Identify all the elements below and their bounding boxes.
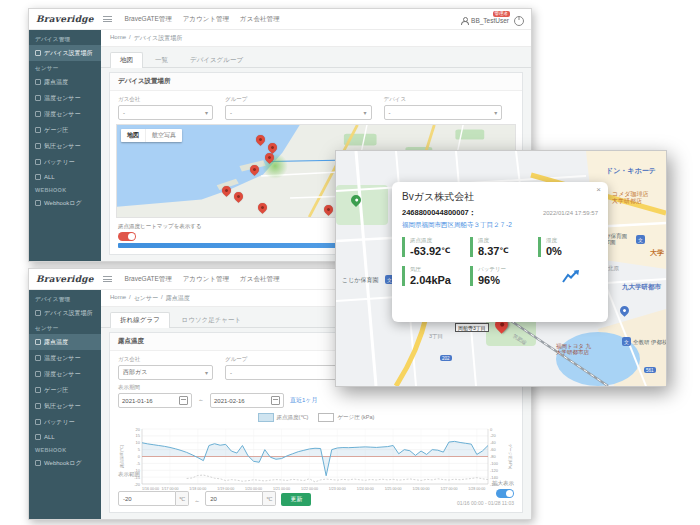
user-area[interactable]: 管理者 BB_TestUser: [460, 13, 524, 26]
sidebar-item-device-location[interactable]: デバイス設置場所: [29, 305, 101, 321]
calendar-icon: [271, 396, 280, 405]
item-icon: [35, 310, 41, 316]
gas-company-select[interactable]: 西部ガス▾: [118, 365, 213, 380]
group-label: グループ: [225, 96, 372, 103]
sidebar-item-webhook-log[interactable]: Webhookログ: [29, 455, 101, 471]
sidebar: デバイス管理 デバイス設置場所 センサー 露点温度 温度センサー 湿度センサー …: [29, 290, 101, 519]
sidebar-section-sensor: センサー: [29, 321, 101, 334]
tab-device-group[interactable]: デバイスグループ: [180, 52, 253, 68]
sidebar-item-humidity[interactable]: 湿度センサー: [29, 366, 101, 382]
group-select[interactable]: -▾: [225, 105, 372, 120]
map-label-station: 九大学研都市: [622, 283, 661, 290]
svg-text:1/28 00:00: 1/28 00:00: [468, 487, 485, 491]
map-label-zenkyoken: 全教研 伊都校: [633, 339, 667, 345]
item-icon: [35, 143, 41, 149]
sidebar-item-device-location[interactable]: デバイス設置場所: [29, 45, 101, 61]
heatmap-toggle[interactable]: [118, 232, 136, 241]
map-label-donki: ドン・キホーテ: [606, 167, 656, 175]
svg-text:0: 0: [490, 427, 493, 432]
item-icon: [35, 419, 41, 425]
chevron-down-icon: ▾: [205, 110, 208, 116]
svg-text:1/26 00:00: 1/26 00:00: [413, 487, 430, 491]
user-icon: [460, 17, 468, 25]
nav-gas-company[interactable]: ガス会社管理: [240, 275, 279, 284]
recent-month-link[interactable]: 直近1ヶ月: [290, 396, 317, 405]
nav-bravegate[interactable]: BraveGATE管理: [125, 275, 172, 284]
nav-account[interactable]: アカウント管理: [183, 15, 229, 24]
sidebar-item-dewpoint[interactable]: 露点温度: [29, 74, 101, 90]
chevron-down-icon: ▾: [364, 110, 367, 116]
sidebar-item-temperature[interactable]: 温度センサー: [29, 90, 101, 106]
svg-text:1/16 00:00: 1/16 00:00: [142, 487, 159, 491]
sidebar-item-gauge[interactable]: ゲージ圧: [29, 382, 101, 398]
map-label-3chome: 3丁目: [429, 333, 443, 339]
svg-text:-140: -140: [490, 475, 499, 480]
open-chart-button[interactable]: [538, 266, 598, 286]
panel-title: デバイス設置場所: [110, 73, 522, 91]
gas-company-label: ガス会社: [118, 356, 213, 363]
svg-text:-20: -20: [490, 433, 497, 438]
close-icon[interactable]: ×: [596, 185, 601, 194]
svg-text:-100: -100: [490, 461, 499, 466]
map-type-satellite-button[interactable]: 航空写真: [145, 129, 182, 142]
item-icon: [35, 434, 41, 440]
period-from-input[interactable]: 2021-01-16: [118, 393, 192, 408]
svg-text:1/20 00:00: 1/20 00:00: [245, 487, 262, 491]
calendar-icon: [179, 396, 188, 405]
period-to-input[interactable]: 2021-02-16: [210, 393, 284, 408]
logout-icon[interactable]: [514, 16, 524, 26]
sidebar-item-battery[interactable]: バッテリー: [29, 154, 101, 170]
item-icon: [35, 371, 41, 377]
breadcrumb-sensor[interactable]: センサー: [134, 294, 158, 303]
tab-line-graph[interactable]: 折れ線グラフ: [110, 312, 170, 328]
sidebar-item-pressure[interactable]: 気圧センサー: [29, 398, 101, 414]
address-link[interactable]: 福岡県福岡市西区周船寺３丁目２７-2: [402, 221, 598, 230]
sidebar-item-gauge[interactable]: ゲージ圧: [29, 122, 101, 138]
item-icon: [35, 111, 41, 117]
map-type-map-button[interactable]: 地図: [121, 129, 145, 142]
item-icon: [35, 355, 41, 361]
breadcrumb-current: 露点温度: [166, 294, 190, 303]
breadcrumb-home[interactable]: Home: [110, 34, 126, 43]
sidebar-item-temperature[interactable]: 温度センサー: [29, 350, 101, 366]
sidebar-item-all[interactable]: ALL: [29, 430, 101, 443]
app-header: Braveridge BraveGATE管理 アカウント管理 ガス会社管理 管理…: [29, 9, 531, 30]
tab-candlestick[interactable]: ロウソク足チャート: [172, 312, 252, 328]
sidebar-item-pressure[interactable]: 気圧センサー: [29, 138, 101, 154]
hamburger-menu-icon[interactable]: [103, 16, 112, 22]
hamburger-menu-icon[interactable]: [103, 276, 112, 282]
nav-account[interactable]: アカウント管理: [183, 275, 229, 284]
nav-gas-company[interactable]: ガス会社管理: [240, 15, 279, 24]
nav-bravegate[interactable]: BraveGATE管理: [125, 15, 172, 24]
gas-company-label: ガス会社: [118, 96, 213, 103]
sidebar-item-all[interactable]: ALL: [29, 170, 101, 183]
device-select[interactable]: -▾: [384, 105, 503, 120]
svg-text:0: 0: [138, 454, 141, 459]
metric-temperature: 温度 8.37℃: [470, 237, 530, 257]
breadcrumb-home[interactable]: Home: [110, 294, 126, 303]
svg-text:-5: -5: [136, 461, 140, 466]
sidebar-item-dewpoint[interactable]: 露点温度: [29, 334, 101, 350]
sidebar: デバイス管理 デバイス設置場所 センサー 露点温度 温度センサー 湿度センサー …: [29, 30, 101, 261]
line-chart[interactable]: 20015-2010-405-600-80-5-100-10-120-15-14…: [116, 424, 516, 496]
tab-map[interactable]: 地図: [110, 52, 143, 68]
metric-humidity: 湿度 0%: [538, 237, 598, 257]
svg-text:5: 5: [138, 447, 141, 452]
device-label: デバイス: [384, 96, 503, 103]
item-icon: [35, 339, 41, 345]
chevron-down-icon: ▾: [205, 370, 208, 376]
sidebar-item-humidity[interactable]: 湿度センサー: [29, 106, 101, 122]
company-name: Bvガス株式会社: [402, 190, 598, 204]
zoom-toggle[interactable]: [496, 489, 514, 498]
metric-battery: バッテリー 96%: [470, 266, 530, 286]
item-icon: [35, 127, 41, 133]
map-label-university: 大学: [650, 249, 664, 257]
sidebar-item-webhook-log[interactable]: Webhookログ: [29, 195, 101, 211]
item-icon: [35, 460, 41, 466]
window-device-detail-map[interactable]: ドン・キホーテ コメダ珈琲店大学研都店 のびのび保育園学研都市園 文 大学 北原…: [335, 150, 667, 387]
tab-bar: 地図 一覧 デバイスグループ: [101, 47, 531, 68]
gas-company-select[interactable]: -▾: [118, 105, 213, 120]
item-icon: [35, 50, 41, 56]
sidebar-item-battery[interactable]: バッテリー: [29, 414, 101, 430]
tab-list[interactable]: 一覧: [145, 52, 178, 68]
